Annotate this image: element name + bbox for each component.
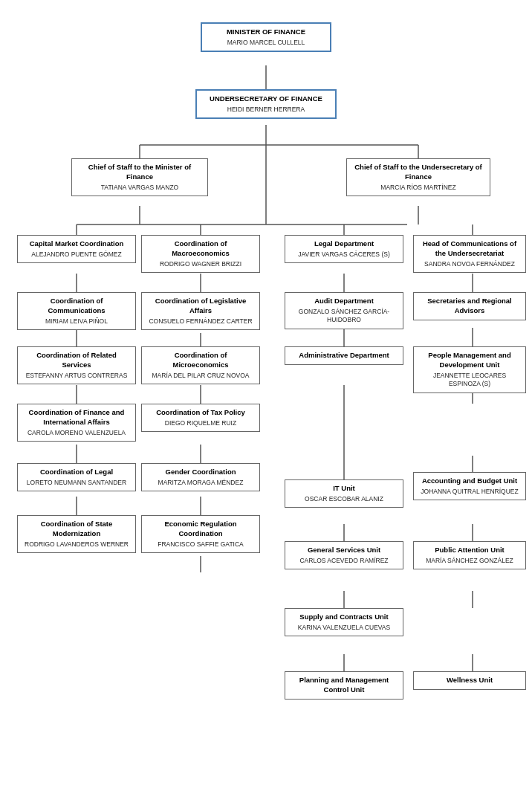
gender-name: MARITZA MORAGA MÉNDEZ (146, 479, 255, 487)
legislative-affairs-node: Coordination of Legislative Affairs CONS… (141, 292, 260, 330)
head-communications-title: Head of Communications of the Undersecre… (418, 239, 521, 259)
undersecretary-node: UNDERSECRETARY OF FINANCE HEIDI BERNER H… (195, 89, 337, 119)
related-services-title: Coordination of Related Services (22, 351, 131, 370)
legal-dept-node: Legal Department JAVIER VARGAS CÁCERES (… (285, 235, 403, 263)
people-management-title: People Management and Development Unit (418, 351, 521, 370)
chief-minister-name: TATIANA VARGAS MANZO (77, 184, 203, 192)
microeconomics-title: Coordination of Microeconomics (146, 351, 255, 370)
legal-coord-node: Coordination of Legal LORETO NEUMANN SAN… (17, 463, 136, 491)
chief-minister-title: Chief of Staff to the Minister of Financ… (77, 163, 203, 182)
public-attention-title: Public Attention Unit (418, 546, 521, 555)
accounting-budget-title: Accounting and Budget Unit (418, 477, 521, 486)
supply-contracts-title: Supply and Contracts Unit (290, 613, 398, 622)
it-unit-title: IT Unit (290, 484, 398, 494)
secretaries-advisors-title: Secretaries and Regional Advisors (418, 297, 521, 316)
related-services-node: Coordination of Related Services ESTEFAN… (17, 346, 136, 384)
legal-coord-title: Coordination of Legal (22, 468, 131, 477)
communications-coord-title: Coordination of Communications (22, 297, 131, 316)
communications-coord-node: Coordination of Communications MIRIAM LE… (17, 292, 136, 330)
minister-name: MARIO MARCEL CULLELL (207, 39, 325, 47)
chief-minister-node: Chief of Staff to the Minister of Financ… (71, 158, 208, 196)
head-communications-node: Head of Communications of the Undersecre… (413, 235, 526, 273)
legislative-affairs-name: CONSUELO FERNÁNDEZ CARTER (146, 317, 255, 326)
general-services-name: CARLOS ACEVEDO RAMÍREZ (290, 557, 398, 565)
general-services-node: General Services Unit CARLOS ACEVEDO RAM… (285, 541, 403, 569)
chief-undersecretary-name: MARCIA RÍOS MARTÍNEZ (351, 184, 485, 192)
audit-node: Audit Department GONZALO SÁNCHEZ GARCÍA-… (285, 292, 403, 329)
undersecretary-title: UNDERSECRETARY OF FINANCE (201, 94, 331, 104)
economic-regulation-name: FRANCISCO SAFFIE GATICA (146, 540, 255, 549)
it-unit-name: OSCAR ESCOBAR ALANIZ (290, 495, 398, 503)
undersecretary-name: HEIDI BERNER HERRERA (201, 106, 331, 114)
related-services-name: ESTEFANNY ARTUS CONTRERAS (22, 372, 131, 380)
wellness-node: Wellness Unit (413, 671, 526, 690)
finance-international-name: CAROLA MORENO VALENZUELA (22, 429, 131, 437)
public-attention-node: Public Attention Unit MARÍA SÁNCHEZ GONZ… (413, 541, 526, 569)
supply-contracts-name: KARINA VALENZUELA CUEVAS (290, 624, 398, 632)
macroeconomics-node: Coordination of Macroeconomics RODRIGO W… (141, 235, 260, 273)
administrative-title: Administrative Department (290, 351, 398, 361)
supply-contracts-node: Supply and Contracts Unit KARINA VALENZU… (285, 608, 403, 636)
gender-title: Gender Coordination (146, 468, 255, 477)
economic-regulation-node: Economic Regulation Coordination FRANCIS… (141, 515, 260, 553)
capital-market-name: ALEJANDRO PUENTE GÓMEZ (22, 251, 131, 259)
tax-policy-title: Coordination of Tax Policy (146, 408, 255, 418)
state-modernization-name: RODRIGO LAVANDEROS WERNER (22, 540, 131, 549)
public-attention-name: MARÍA SÁNCHEZ GONZÁLEZ (418, 557, 521, 565)
chief-undersecretary-node: Chief of Staff to the Undersecretary of … (346, 158, 490, 196)
it-unit-node: IT Unit OSCAR ESCOBAR ALANIZ (285, 479, 403, 508)
planning-management-node: Planning and Management Control Unit (285, 671, 403, 700)
head-communications-name: SANDRA NOVOA FERNÁNDEZ (418, 260, 521, 268)
legal-coord-name: LORETO NEUMANN SANTANDER (22, 479, 131, 487)
gender-node: Gender Coordination MARITZA MORAGA MÉNDE… (141, 463, 260, 491)
secretaries-advisors-node: Secretaries and Regional Advisors (413, 292, 526, 320)
finance-international-node: Coordination of Finance and Internationa… (17, 404, 136, 442)
connector-lines (6, 15, 526, 773)
legal-dept-title: Legal Department (290, 239, 398, 249)
org-chart: MINISTER OF FINANCE MARIO MARCEL CULLELL… (0, 0, 532, 785)
wellness-title: Wellness Unit (418, 676, 521, 685)
communications-coord-name: MIRIAM LEIVA PIÑOL (22, 317, 131, 326)
state-modernization-node: Coordination of State Modernization RODR… (17, 515, 136, 553)
finance-international-title: Coordination of Finance and Internationa… (22, 408, 131, 427)
chief-undersecretary-title: Chief of Staff to the Undersecretary of … (351, 163, 485, 182)
audit-name: GONZALO SÁNCHEZ GARCÍA-HUIDOBRO (290, 308, 398, 325)
planning-management-title: Planning and Management Control Unit (290, 676, 398, 695)
legislative-affairs-title: Coordination of Legislative Affairs (146, 297, 255, 316)
people-management-node: People Management and Development Unit J… (413, 346, 526, 393)
people-management-name: JEANNETTE LEOCARES ESPINOZA (S) (418, 372, 521, 389)
administrative-node: Administrative Department (285, 346, 403, 365)
tax-policy-node: Coordination of Tax Policy DIEGO RIQUELM… (141, 404, 260, 432)
macroeconomics-title: Coordination of Macroeconomics (146, 239, 255, 259)
accounting-budget-name: JOHANNA QUITRAL HENRÍQUEZ (418, 488, 521, 496)
economic-regulation-title: Economic Regulation Coordination (146, 520, 255, 539)
legal-dept-name: JAVIER VARGAS CÁCERES (S) (290, 251, 398, 259)
microeconomics-node: Coordination of Microeconomics MARÍA DEL… (141, 346, 260, 384)
tax-policy-name: DIEGO RIQUELME RUIZ (146, 419, 255, 427)
general-services-title: General Services Unit (290, 546, 398, 555)
macroeconomics-name: RODRIGO WAGNER BRIZZI (146, 260, 255, 268)
minister-node: MINISTER OF FINANCE MARIO MARCEL CULLELL (201, 22, 331, 52)
minister-title: MINISTER OF FINANCE (207, 28, 325, 37)
audit-title: Audit Department (290, 297, 398, 306)
microeconomics-name: MARÍA DEL PILAR CRUZ NOVOA (146, 372, 255, 380)
state-modernization-title: Coordination of State Modernization (22, 520, 131, 539)
capital-market-node: Capital Market Coordination ALEJANDRO PU… (17, 235, 136, 263)
accounting-budget-node: Accounting and Budget Unit JOHANNA QUITR… (413, 472, 526, 500)
capital-market-title: Capital Market Coordination (22, 239, 131, 249)
